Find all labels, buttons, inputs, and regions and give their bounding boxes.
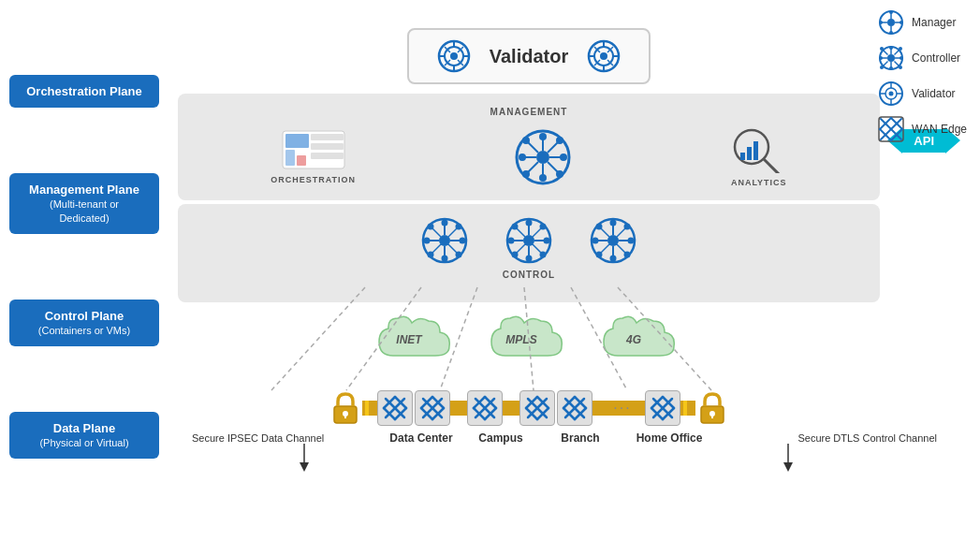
dc-label-datacenter: Data Center [379,431,463,445]
mgmt-control-area: MANAGEMENT ORCHESTRATION [178,94,880,302]
legend-controller-label: Controller [912,51,960,65]
legend-wan-edge-label: WAN Edge [912,123,967,136]
gold-bar-1 [362,401,377,416]
legend-wan-edge-icon [878,116,904,142]
svg-rect-20 [311,153,344,159]
svg-point-166 [887,54,895,62]
analytics-label: ANALYTICS [731,178,787,187]
orchestration-plane-label: Orchestration Plane [9,75,159,108]
svg-point-91 [628,238,635,244]
svg-point-81 [512,252,519,258]
wan-edge-dc-1 [377,390,413,426]
legend-manager-icon [878,9,904,36]
main-diagram: Validator MANAGEMENT [178,28,880,445]
svg-point-79 [540,252,547,258]
svg-point-71 [508,238,515,244]
svg-point-59 [456,224,462,230]
svg-point-13 [600,52,607,60]
wan-edge-icon-home [650,395,676,421]
controller-icon-1 [421,217,468,264]
manager-icon-main [515,129,571,185]
data-plane-label: Data Plane (Physical or Virtual) [9,412,159,459]
analytics-item: ANALYTICS [731,126,787,187]
svg-marker-154 [783,462,793,472]
dashed-lines-svg [178,306,880,390]
gold-bar-4 [592,401,609,416]
svg-line-33 [548,142,558,153]
orchestration-dashboard-icon [281,129,346,170]
wan-edge-home [645,390,680,426]
svg-line-92 [601,228,609,237]
svg-point-67 [526,220,533,227]
wan-edge-icon-dc2 [419,395,446,421]
legend-controller: Controller [878,45,967,71]
svg-line-74 [517,228,525,237]
control-title: CONTROL [191,270,867,280]
svg-point-99 [596,252,603,258]
legend-controller-icon [878,45,904,71]
svg-point-77 [540,224,547,230]
svg-line-62 [432,244,441,253]
svg-point-164 [900,21,903,24]
dots-separator: ··· [609,401,635,416]
analytics-icon [731,126,787,173]
svg-line-40 [764,159,780,173]
legend-validator-label: Validator [912,87,955,100]
management-box: MANAGEMENT ORCHESTRATION [178,94,880,200]
svg-line-78 [533,244,541,253]
svg-line-102 [440,287,477,390]
svg-line-60 [448,244,457,253]
svg-point-49 [442,220,448,227]
svg-point-34 [556,137,563,144]
orchestration-label: ORCHESTRATION [271,175,356,184]
svg-point-162 [879,21,883,24]
svg-point-30 [560,154,567,161]
control-inner [191,217,867,264]
svg-point-24 [539,133,547,140]
svg-line-104 [571,287,627,390]
legend-validator: Validator [878,80,967,107]
validator-label: Validator [490,46,568,67]
legend-validator-icon [878,80,904,107]
svg-point-28 [519,154,526,161]
svg-marker-152 [300,462,309,472]
svg-point-57 [428,224,434,230]
svg-point-182 [880,66,884,69]
svg-rect-150 [711,414,713,418]
control-box: CONTROL [178,204,880,302]
svg-line-177 [895,50,900,55]
svg-point-6 [450,52,458,60]
svg-point-168 [889,46,893,50]
svg-line-101 [346,287,421,390]
branch-group [519,390,592,426]
svg-point-93 [596,224,603,230]
validator-row: Validator [178,28,880,84]
svg-point-176 [880,47,884,51]
svg-point-87 [610,256,617,262]
svg-point-55 [460,238,466,244]
svg-line-94 [617,228,625,237]
svg-rect-43 [753,141,758,160]
svg-point-53 [424,238,431,244]
svg-point-97 [624,252,631,258]
legend: Manager Controller [878,9,967,152]
svg-line-76 [533,228,541,237]
svg-line-103 [524,287,534,390]
gold-bar-end [680,401,695,416]
svg-line-56 [432,228,441,237]
svg-point-174 [900,56,903,60]
legend-manager: Manager [878,9,967,36]
ipsec-annotation: Secure IPSEC Data Channel [192,432,324,444]
legend-manager-label: Manager [912,16,956,29]
svg-point-61 [456,252,462,258]
wan-edge-dc-2 [415,390,450,426]
controller-icon-3 [590,217,636,264]
lock-icon-left [329,391,362,425]
legend-wan-edge: WAN Edge [878,116,967,142]
svg-point-75 [512,224,519,230]
svg-point-160 [889,31,893,35]
svg-line-96 [617,244,625,253]
svg-rect-111 [344,414,346,418]
svg-line-58 [448,228,457,237]
svg-point-51 [442,256,448,262]
